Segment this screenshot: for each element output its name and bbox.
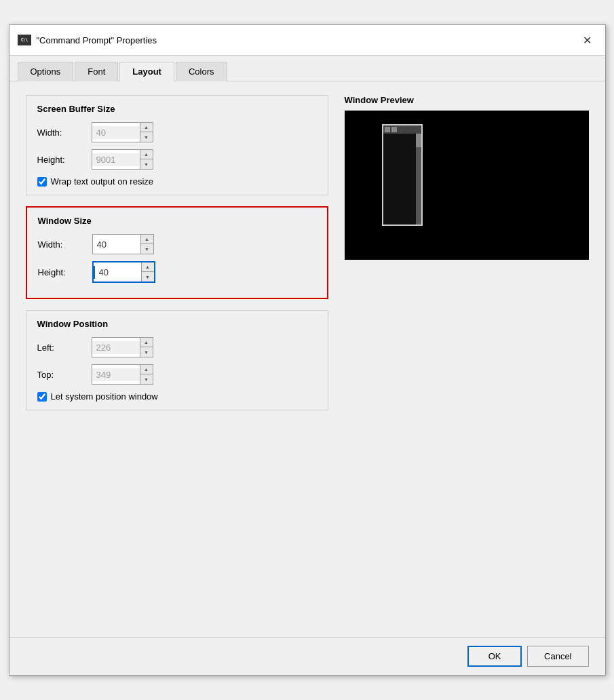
buffer-height-down[interactable]: ▼: [140, 159, 153, 169]
buffer-height-spinner: ▲ ▼: [92, 149, 153, 170]
preview-label: Window Preview: [345, 95, 589, 105]
wrap-label: Wrap text output on resize: [51, 176, 154, 187]
screen-buffer-section: Screen Buffer Size Width: ▲ ▼ Height:: [26, 95, 328, 195]
preview-scrollthumb: [416, 134, 421, 147]
win-height-down[interactable]: ▼: [142, 272, 154, 281]
win-width-buttons: ▲ ▼: [140, 235, 153, 254]
main-area: Screen Buffer Size Width: ▲ ▼ Height:: [26, 95, 589, 623]
preview-btn-1: [385, 127, 390, 132]
tab-options[interactable]: Options: [18, 62, 74, 81]
pos-top-spinner: ▲ ▼: [92, 364, 153, 385]
win-height-spinner: ▲ ▼: [92, 261, 155, 283]
preview-scrollbar: [416, 134, 421, 225]
tab-font[interactable]: Font: [75, 62, 118, 81]
pos-left-spinner: ▲ ▼: [92, 337, 153, 357]
tab-bar: Options Font Layout Colors: [9, 56, 605, 81]
buffer-height-label: Height:: [37, 155, 92, 165]
system-pos-label: Let system position window: [51, 391, 158, 402]
system-pos-row: Let system position window: [37, 391, 317, 402]
win-width-spinner: ▲ ▼: [92, 234, 154, 254]
title-bar-text: "Command Prompt" Properties: [37, 35, 573, 45]
buffer-width-buttons: ▲ ▼: [140, 123, 153, 142]
window-size-title: Window Size: [38, 216, 316, 226]
pos-left-row: Left: ▲ ▼: [37, 337, 317, 357]
buffer-height-up[interactable]: ▲: [140, 150, 153, 159]
wrap-checkbox[interactable]: [37, 177, 47, 187]
buffer-height-input[interactable]: [92, 153, 140, 166]
pos-top-label: Top:: [37, 370, 92, 380]
window-size-section: Window Size Width: ▲ ▼ Height:: [26, 206, 328, 299]
preview-window: [382, 124, 423, 226]
pos-left-down[interactable]: ▼: [140, 347, 153, 357]
dialog-footer: OK Cancel: [9, 637, 605, 675]
content-area: Screen Buffer Size Width: ▲ ▼ Height:: [9, 81, 605, 637]
win-height-label: Height:: [38, 267, 92, 277]
buffer-width-spinner: ▲ ▼: [92, 122, 153, 142]
pos-left-input[interactable]: [92, 341, 140, 354]
pos-left-up[interactable]: ▲: [140, 338, 153, 347]
pos-top-up[interactable]: ▲: [140, 365, 153, 374]
app-icon: C:\: [18, 35, 31, 45]
system-pos-checkbox[interactable]: [37, 392, 47, 402]
win-width-input[interactable]: [93, 238, 140, 251]
preview-titlebar: [383, 125, 421, 134]
tab-colors[interactable]: Colors: [176, 62, 227, 81]
window-position-section: Window Position Left: ▲ ▼ Top:: [26, 310, 328, 410]
pos-left-buttons: ▲ ▼: [140, 338, 153, 357]
pos-top-input[interactable]: [92, 368, 140, 381]
win-width-row: Width: ▲ ▼: [38, 234, 316, 254]
buffer-width-up[interactable]: ▲: [140, 123, 153, 132]
screen-buffer-title: Screen Buffer Size: [37, 104, 317, 114]
close-button[interactable]: ✕: [578, 31, 597, 50]
buffer-width-input[interactable]: [92, 126, 140, 139]
win-height-up[interactable]: ▲: [142, 262, 154, 272]
win-width-label: Width:: [38, 239, 92, 250]
win-width-up[interactable]: ▲: [141, 235, 153, 244]
pos-left-label: Left:: [37, 343, 92, 353]
win-height-buttons: ▲ ▼: [141, 262, 154, 281]
buffer-height-buttons: ▲ ▼: [140, 150, 153, 169]
buffer-height-row: Height: ▲ ▼: [37, 149, 317, 170]
win-height-row: Height: ▲ ▼: [38, 261, 316, 283]
buffer-width-row: Width: ▲ ▼: [37, 122, 317, 142]
preview-btn-2: [391, 127, 397, 132]
window-position-title: Window Position: [37, 319, 317, 329]
dialog: C:\ "Command Prompt" Properties ✕ Option…: [9, 24, 606, 676]
wrap-row: Wrap text output on resize: [37, 176, 317, 187]
pos-top-row: Top: ▲ ▼: [37, 364, 317, 385]
buffer-width-down[interactable]: ▼: [140, 132, 153, 142]
pos-top-down[interactable]: ▼: [140, 374, 153, 384]
right-panel: Window Preview: [345, 95, 589, 623]
win-height-input[interactable]: [94, 266, 141, 279]
preview-box: [345, 111, 589, 260]
title-bar: C:\ "Command Prompt" Properties ✕: [9, 25, 605, 56]
tab-layout[interactable]: Layout: [119, 62, 174, 81]
left-panel: Screen Buffer Size Width: ▲ ▼ Height:: [26, 95, 328, 623]
ok-button[interactable]: OK: [467, 646, 522, 667]
cancel-button[interactable]: Cancel: [527, 646, 588, 667]
pos-top-buttons: ▲ ▼: [140, 365, 153, 384]
win-width-down[interactable]: ▼: [141, 244, 153, 254]
buffer-width-label: Width:: [37, 128, 92, 138]
